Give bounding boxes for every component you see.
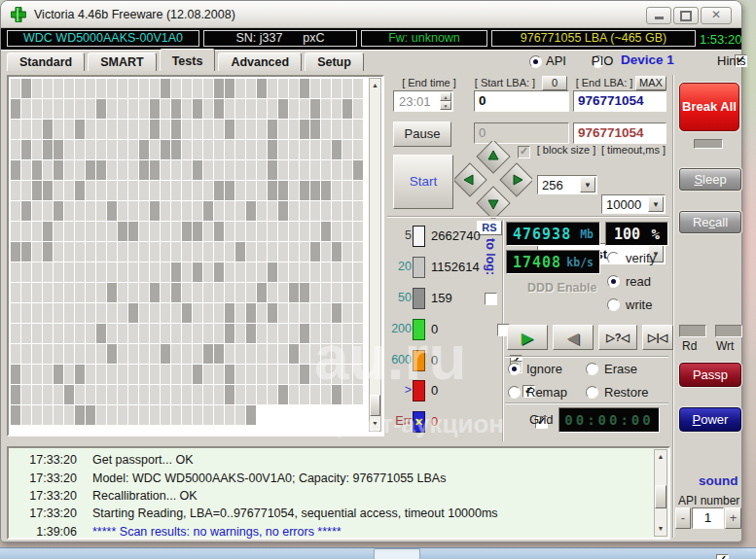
grid-block xyxy=(86,120,95,139)
spinner-down-icon[interactable]: ▼ xyxy=(440,101,451,110)
grid-block xyxy=(118,283,127,302)
tab-advanced[interactable]: Advanced xyxy=(218,52,302,71)
rewind-button[interactable]: ◀ xyxy=(553,325,594,350)
end-time-value: 23:01 xyxy=(399,94,431,109)
api-number-minus-button[interactable]: - xyxy=(675,507,691,529)
break-all-button[interactable]: Break All xyxy=(679,83,739,131)
scan-mode-option-verify[interactable]: verify xyxy=(607,251,656,265)
grid-block xyxy=(257,140,267,159)
scroll-up-icon[interactable]: ▲ xyxy=(655,450,666,464)
tab-smart[interactable]: SMART xyxy=(88,52,156,71)
grid-block xyxy=(161,140,170,159)
grid-block xyxy=(268,120,277,139)
tab-setup[interactable]: Setup xyxy=(305,52,364,71)
defect-action-restore[interactable]: Restore xyxy=(586,385,649,400)
scroll-up-icon[interactable]: ▲ xyxy=(370,79,380,92)
block-size-label: [ block size ] xyxy=(535,144,597,156)
divider xyxy=(505,402,668,403)
scroll-down-icon[interactable]: ▼ xyxy=(370,417,380,431)
read-radio[interactable] xyxy=(607,275,620,288)
grid-block xyxy=(310,99,320,119)
maximize-button[interactable] xyxy=(673,7,699,24)
log-entry-time: 17:33:20 xyxy=(13,453,77,467)
grid-block xyxy=(225,120,234,139)
grid-block xyxy=(171,79,181,98)
taskbar-button[interactable] xyxy=(374,548,420,559)
sleep-button[interactable]: Sleep xyxy=(679,168,741,191)
jog-checkbox[interactable] xyxy=(518,146,530,158)
chevron-down-icon[interactable]: ▼ xyxy=(580,177,595,192)
api-number-value[interactable]: 1 xyxy=(692,507,724,529)
minimize-button[interactable] xyxy=(646,7,671,24)
grid-block xyxy=(300,365,309,384)
erase-radio[interactable] xyxy=(586,363,598,375)
tab-standard[interactable]: Standard xyxy=(7,52,85,71)
grid-block xyxy=(11,385,20,404)
grid-block xyxy=(257,262,267,282)
play-button[interactable]: ▶ xyxy=(507,325,548,350)
end-lba-input[interactable]: 976771054 xyxy=(573,90,666,112)
seek-question-button[interactable]: ▷?◁ xyxy=(598,325,637,350)
log-scrollbar[interactable]: ▲ ▼ xyxy=(654,449,667,537)
grid-block xyxy=(300,140,309,159)
remap-radio[interactable] xyxy=(508,386,521,399)
write-radio[interactable] xyxy=(607,298,620,311)
grid-block xyxy=(171,140,181,159)
grid-block xyxy=(43,181,53,200)
chevron-down-icon[interactable]: ▼ xyxy=(648,196,664,212)
ignore-radio[interactable] xyxy=(508,363,521,375)
pause-button[interactable]: Pause xyxy=(393,122,451,147)
api-radio[interactable] xyxy=(529,55,542,68)
spinner-up-icon[interactable]: ▲ xyxy=(440,92,451,101)
grid-block xyxy=(214,385,224,404)
grid-block xyxy=(342,365,352,384)
seek-end-button[interactable]: ▷|◁ xyxy=(642,325,673,350)
grid-block xyxy=(54,324,63,343)
grid-block xyxy=(107,324,117,343)
max-button[interactable]: MAX xyxy=(635,76,666,90)
grid-block xyxy=(257,99,267,119)
start-lba-reset-button[interactable]: 0 xyxy=(542,76,567,90)
scan-mode-option-read[interactable]: read xyxy=(607,274,656,289)
timeout-select[interactable]: 10000 ▼ xyxy=(601,194,666,214)
defect-action-ignore[interactable]: Ignore xyxy=(508,362,586,376)
log-scrollbar-thumb[interactable] xyxy=(655,485,666,508)
grid-block xyxy=(86,79,95,98)
sound-checkbox[interactable] xyxy=(716,554,729,559)
stat-log-checkbox[interactable] xyxy=(485,293,497,305)
stat-count: 0 xyxy=(431,383,438,398)
grid-block xyxy=(246,160,256,180)
grid-block xyxy=(139,181,149,200)
grid-scrollbar[interactable]: ▲ ▼ xyxy=(369,78,381,432)
grid-scrollbar-thumb[interactable] xyxy=(370,395,380,416)
close-button[interactable]: ✕ xyxy=(701,7,732,24)
stat-label: 50 xyxy=(386,291,412,304)
defect-action-remap[interactable]: Remap xyxy=(508,385,586,400)
start-button[interactable]: Start xyxy=(393,155,453,209)
grid-block xyxy=(171,120,181,139)
grid-block xyxy=(64,79,74,98)
grid-block xyxy=(310,324,320,343)
grid-block xyxy=(182,324,192,343)
grid-block xyxy=(64,324,74,343)
stat-label: 20 xyxy=(386,260,412,273)
end-time-spinner[interactable]: 23:01 ▲ ▼ xyxy=(393,90,453,112)
api-number-plus-button[interactable]: + xyxy=(725,507,741,529)
grid-block xyxy=(161,365,170,384)
power-button[interactable]: Power xyxy=(679,407,741,432)
block-size-select[interactable]: 256 ▼ xyxy=(537,175,597,194)
restore-radio[interactable] xyxy=(586,386,598,399)
grid-block xyxy=(235,242,245,262)
grid-block xyxy=(21,181,31,200)
passp-button[interactable]: Passp xyxy=(679,363,741,387)
recall-button[interactable]: Recall xyxy=(679,211,741,233)
scan-mode-option-write[interactable]: write xyxy=(607,297,656,312)
grid-block xyxy=(332,201,342,221)
defect-action-erase[interactable]: Erase xyxy=(586,362,649,376)
verify-radio[interactable] xyxy=(607,252,620,264)
scroll-down-icon[interactable]: ▼ xyxy=(655,522,666,536)
grid-block xyxy=(171,365,181,384)
start-lba-input[interactable]: 0 xyxy=(474,90,569,112)
grid-block xyxy=(235,344,245,364)
tab-tests[interactable]: Tests xyxy=(160,49,216,71)
